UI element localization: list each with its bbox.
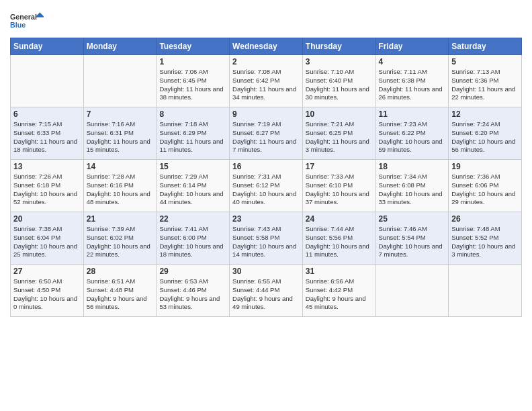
cell-content: Sunrise: 6:56 AM Sunset: 4:42 PM Dayligh… [306, 277, 373, 312]
cell-content: Sunrise: 7:38 AM Sunset: 6:04 PM Dayligh… [13, 225, 81, 259]
cell-content: Sunrise: 6:53 AM Sunset: 4:46 PM Dayligh… [159, 277, 226, 312]
cell-content: Sunrise: 7:28 AM Sunset: 6:16 PM Dayligh… [87, 173, 154, 207]
cell-content: Sunrise: 6:50 AM Sunset: 4:50 PM Dayligh… [13, 277, 81, 312]
calendar-cell: 4Sunrise: 7:11 AM Sunset: 6:38 PM Daylig… [375, 55, 449, 107]
calendar-cell: 11Sunrise: 7:23 AM Sunset: 6:22 PM Dayli… [375, 107, 449, 160]
calendar-cell: 19Sunrise: 7:36 AM Sunset: 6:06 PM Dayli… [449, 160, 522, 212]
day-header-sunday: Sunday [11, 38, 84, 55]
day-number: 20 [13, 214, 81, 224]
calendar-cell: 25Sunrise: 7:46 AM Sunset: 5:54 PM Dayli… [375, 212, 449, 265]
svg-text:Blue: Blue [10, 21, 26, 29]
cell-content: Sunrise: 7:23 AM Sunset: 6:22 PM Dayligh… [379, 120, 446, 154]
day-number: 23 [232, 214, 300, 224]
calendar-table: SundayMondayTuesdayWednesdayThursdayFrid… [10, 38, 522, 317]
day-number: 4 [379, 57, 446, 66]
svg-text:General: General [10, 13, 37, 21]
calendar-cell: 29Sunrise: 6:53 AM Sunset: 4:46 PM Dayli… [157, 265, 230, 317]
calendar-cell: 10Sunrise: 7:21 AM Sunset: 6:25 PM Dayli… [302, 107, 375, 160]
day-header-friday: Friday [375, 38, 449, 55]
cell-content: Sunrise: 7:24 AM Sunset: 6:20 PM Dayligh… [451, 120, 519, 154]
logo-svg: General Blue [10, 7, 44, 34]
week-row-4: 20Sunrise: 7:38 AM Sunset: 6:04 PM Dayli… [11, 212, 522, 265]
calendar-cell: 31Sunrise: 6:56 AM Sunset: 4:42 PM Dayli… [302, 265, 375, 317]
day-number: 9 [232, 109, 300, 119]
day-header-wednesday: Wednesday [230, 38, 303, 55]
calendar-cell: 22Sunrise: 7:41 AM Sunset: 6:00 PM Dayli… [157, 212, 230, 265]
calendar-cell: 23Sunrise: 7:43 AM Sunset: 5:58 PM Dayli… [230, 212, 303, 265]
calendar-cell: 28Sunrise: 6:51 AM Sunset: 4:48 PM Dayli… [83, 265, 157, 317]
day-number: 6 [13, 109, 81, 119]
calendar-cell [375, 265, 449, 317]
cell-content: Sunrise: 7:29 AM Sunset: 6:14 PM Dayligh… [159, 173, 226, 207]
calendar-cell: 3Sunrise: 7:10 AM Sunset: 6:40 PM Daylig… [302, 55, 375, 107]
day-number: 11 [379, 109, 446, 119]
day-number: 29 [159, 267, 226, 276]
calendar-cell: 12Sunrise: 7:24 AM Sunset: 6:20 PM Dayli… [449, 107, 522, 160]
calendar-cell: 18Sunrise: 7:34 AM Sunset: 6:08 PM Dayli… [375, 160, 449, 212]
calendar-cell: 9Sunrise: 7:19 AM Sunset: 6:27 PM Daylig… [230, 107, 303, 160]
cell-content: Sunrise: 7:08 AM Sunset: 6:42 PM Dayligh… [232, 68, 300, 102]
cell-content: Sunrise: 7:43 AM Sunset: 5:58 PM Dayligh… [232, 225, 300, 259]
day-number: 2 [232, 57, 300, 66]
cell-content: Sunrise: 7:16 AM Sunset: 6:31 PM Dayligh… [87, 120, 154, 154]
day-number: 28 [87, 267, 154, 276]
calendar-cell: 24Sunrise: 7:44 AM Sunset: 5:56 PM Dayli… [302, 212, 375, 265]
calendar-cell [449, 265, 522, 317]
calendar-cell: 27Sunrise: 6:50 AM Sunset: 4:50 PM Dayli… [11, 265, 84, 317]
day-number: 22 [159, 214, 226, 224]
cell-content: Sunrise: 7:13 AM Sunset: 6:36 PM Dayligh… [451, 68, 519, 102]
day-number: 7 [87, 109, 154, 119]
cell-content: Sunrise: 7:36 AM Sunset: 6:06 PM Dayligh… [451, 173, 519, 207]
calendar-cell: 21Sunrise: 7:39 AM Sunset: 6:02 PM Dayli… [83, 212, 157, 265]
day-number: 25 [379, 214, 446, 224]
logo: General Blue [10, 7, 44, 34]
calendar-cell: 5Sunrise: 7:13 AM Sunset: 6:36 PM Daylig… [449, 55, 522, 107]
day-number: 10 [306, 109, 373, 119]
week-row-3: 13Sunrise: 7:26 AM Sunset: 6:18 PM Dayli… [11, 160, 522, 212]
day-number: 15 [159, 162, 226, 171]
calendar-cell: 7Sunrise: 7:16 AM Sunset: 6:31 PM Daylig… [83, 107, 157, 160]
week-row-1: 1Sunrise: 7:06 AM Sunset: 6:45 PM Daylig… [11, 55, 522, 107]
calendar-cell: 2Sunrise: 7:08 AM Sunset: 6:42 PM Daylig… [230, 55, 303, 107]
cell-content: Sunrise: 7:48 AM Sunset: 5:52 PM Dayligh… [451, 225, 519, 259]
calendar-cell: 14Sunrise: 7:28 AM Sunset: 6:16 PM Dayli… [83, 160, 157, 212]
calendar-cell: 17Sunrise: 7:33 AM Sunset: 6:10 PM Dayli… [302, 160, 375, 212]
page: General Blue SundayMondayTuesdayWednesda… [0, 0, 532, 324]
week-row-5: 27Sunrise: 6:50 AM Sunset: 4:50 PM Dayli… [11, 265, 522, 317]
day-number: 31 [306, 267, 373, 276]
day-number: 3 [306, 57, 373, 66]
day-number: 26 [451, 214, 519, 224]
day-number: 21 [87, 214, 154, 224]
day-header-saturday: Saturday [449, 38, 522, 55]
header: General Blue [10, 7, 522, 34]
cell-content: Sunrise: 7:19 AM Sunset: 6:27 PM Dayligh… [232, 120, 300, 154]
calendar-cell [11, 55, 84, 107]
day-number: 30 [232, 267, 300, 276]
day-number: 17 [306, 162, 373, 171]
cell-content: Sunrise: 7:11 AM Sunset: 6:38 PM Dayligh… [379, 68, 446, 102]
cell-content: Sunrise: 7:46 AM Sunset: 5:54 PM Dayligh… [379, 225, 446, 259]
day-number: 13 [13, 162, 81, 171]
cell-content: Sunrise: 7:10 AM Sunset: 6:40 PM Dayligh… [306, 68, 373, 102]
day-number: 16 [232, 162, 300, 171]
day-number: 24 [306, 214, 373, 224]
cell-content: Sunrise: 7:33 AM Sunset: 6:10 PM Dayligh… [306, 173, 373, 207]
week-row-2: 6Sunrise: 7:15 AM Sunset: 6:33 PM Daylig… [11, 107, 522, 160]
day-number: 27 [13, 267, 81, 276]
cell-content: Sunrise: 7:26 AM Sunset: 6:18 PM Dayligh… [13, 173, 81, 207]
calendar-cell: 8Sunrise: 7:18 AM Sunset: 6:29 PM Daylig… [157, 107, 230, 160]
calendar-cell: 30Sunrise: 6:55 AM Sunset: 4:44 PM Dayli… [230, 265, 303, 317]
cell-content: Sunrise: 7:15 AM Sunset: 6:33 PM Dayligh… [13, 120, 81, 154]
cell-content: Sunrise: 7:41 AM Sunset: 6:00 PM Dayligh… [159, 225, 226, 259]
header-row: SundayMondayTuesdayWednesdayThursdayFrid… [11, 38, 522, 55]
day-header-thursday: Thursday [302, 38, 375, 55]
day-number: 19 [451, 162, 519, 171]
day-number: 8 [159, 109, 226, 119]
calendar-cell: 20Sunrise: 7:38 AM Sunset: 6:04 PM Dayli… [11, 212, 84, 265]
calendar-cell: 13Sunrise: 7:26 AM Sunset: 6:18 PM Dayli… [11, 160, 84, 212]
day-number: 12 [451, 109, 519, 119]
cell-content: Sunrise: 7:39 AM Sunset: 6:02 PM Dayligh… [87, 225, 154, 259]
day-number: 5 [451, 57, 519, 66]
cell-content: Sunrise: 7:31 AM Sunset: 6:12 PM Dayligh… [232, 173, 300, 207]
day-number: 18 [379, 162, 446, 171]
